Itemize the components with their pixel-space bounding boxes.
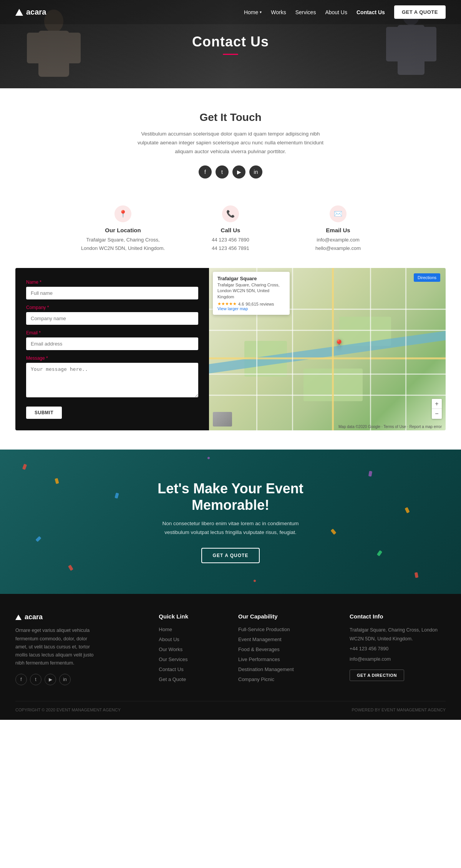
footer-copyright: COPYRIGHT © 2020 EVENT MANAGEMENT AGENCY — [15, 708, 121, 712]
twitter-icon[interactable]: t — [216, 165, 229, 179]
quick-link-services: Our Services — [159, 656, 223, 663]
call-phones: 44 123 456 7890 44 123 456 7891 — [188, 236, 273, 253]
cta-content: Let's Make Your Event Memorable! Non con… — [15, 480, 446, 563]
submit-button[interactable]: SUBMIT — [26, 407, 62, 419]
contact-cards-section: 📍 Our Location Trafalgar Square, Charing… — [0, 194, 461, 268]
map-pin: 📍 — [334, 339, 344, 349]
get-direction-button[interactable]: GET A DIRECTION — [350, 670, 404, 681]
phone-icon: 📞 — [222, 205, 239, 222]
call-card: 📞 Call Us 44 123 456 7890 44 123 456 789… — [188, 205, 273, 253]
email-field-group: Email * — [26, 330, 198, 350]
quick-link-works: Our Works — [159, 646, 223, 653]
footer: acara Ornare eget varius aliquet vehicul… — [0, 594, 461, 720]
get-quote-button[interactable]: GET A QUOTE — [394, 5, 446, 19]
road-h4 — [209, 374, 446, 375]
map-directions-button[interactable]: Directions — [414, 273, 440, 282]
footer-contact-email: info@example.com — [350, 655, 446, 664]
footer-contact-address: Trafalgar Square, Charing Cross, London … — [350, 626, 446, 643]
nav-works[interactable]: Works — [271, 9, 286, 15]
nav-about[interactable]: About Us — [325, 9, 347, 15]
map-info-box: Trafalgar Square Trafalgar Square, Chari… — [213, 272, 290, 315]
name-input[interactable] — [26, 287, 198, 299]
email-required: * — [39, 330, 41, 336]
capability-destination: Destination Management — [238, 666, 334, 673]
confetti-1 — [22, 464, 27, 470]
logo-link[interactable]: acara — [15, 8, 46, 17]
confetti-8 — [415, 572, 418, 578]
footer-capability-heading: Our Capability — [238, 613, 334, 620]
footer-capability-list: Full-Service Production Event Management… — [238, 626, 334, 683]
facebook-icon[interactable]: f — [199, 165, 212, 179]
nav-services[interactable]: Services — [295, 9, 316, 15]
map-placeholder: Trafalgar Square Trafalgar Square, Chari… — [209, 268, 446, 430]
footer-logo: acara — [15, 613, 143, 621]
capability-live: Live Performances — [238, 656, 334, 663]
linkedin-icon[interactable]: in — [249, 165, 262, 179]
company-field-group: Company * — [26, 305, 198, 325]
capability-food: Food & Beverages — [238, 646, 334, 653]
nav-home[interactable]: Home ▾ — [244, 9, 262, 15]
footer-facebook-icon[interactable]: f — [15, 674, 27, 685]
cta-description: Non consectetur libero enim vitae lorem … — [150, 519, 311, 537]
road-h5 — [209, 395, 446, 396]
footer-youtube-icon[interactable]: ▶ — [45, 674, 56, 685]
capability-production: Full-Service Production — [238, 626, 334, 633]
footer-quick-link-list: Home About Us Our Works Our Services Con… — [159, 626, 223, 683]
email-card: ✉️ Email Us info@example.com hello@examp… — [296, 205, 380, 253]
chevron-down-icon: ▾ — [260, 10, 262, 14]
touch-description: Vestibulum accumsan scelerisque dolor qu… — [131, 130, 330, 156]
company-input[interactable] — [26, 312, 198, 325]
confetti-5 — [368, 471, 372, 477]
twitter-letter: t — [221, 169, 223, 175]
footer-twitter-icon[interactable]: t — [30, 674, 41, 685]
cta-section: Let's Make Your Event Memorable! Non con… — [0, 450, 461, 594]
footer-linkedin-icon[interactable]: in — [59, 674, 71, 685]
cta-heading: Let's Make Your Event Memorable! — [15, 480, 446, 513]
message-textarea[interactable] — [26, 363, 198, 397]
message-field-group: Message * — [26, 355, 198, 399]
capability-picnic: Company Picnic — [238, 676, 334, 683]
road-v3 — [332, 268, 334, 430]
nav-links: Home ▾ Works Services About Us Contact U… — [244, 5, 446, 19]
location-address: Trafalgar Square, Charing Cross, London … — [81, 236, 165, 253]
quick-link-home: Home — [159, 626, 223, 633]
road-v4 — [370, 268, 371, 430]
confetti-4 — [68, 565, 73, 571]
get-in-touch-section: Get It Touch Vestibulum accumsan sceleri… — [0, 88, 461, 194]
footer-contact-phone: +44 123 456 7890 — [350, 645, 446, 653]
email-label: Email * — [26, 330, 198, 336]
facebook-letter: f — [204, 169, 206, 175]
map-reviews: 90,615 reviews — [245, 302, 274, 306]
road-v5 — [405, 268, 406, 430]
capability-events: Event Management — [238, 636, 334, 643]
footer-about-text: Ornare eget varius aliquet vehicula ferm… — [15, 627, 100, 667]
name-required: * — [40, 279, 41, 285]
email-input[interactable] — [26, 337, 198, 350]
hero-content: Contact Us — [192, 34, 269, 55]
footer-contact-heading: Contact Info — [350, 613, 446, 620]
confetti-12 — [253, 579, 256, 582]
cta-quote-button[interactable]: GET A QUOTE — [201, 548, 260, 563]
call-title: Call Us — [188, 227, 273, 233]
linkedin-letter: in — [254, 169, 258, 175]
zoom-out-button[interactable]: − — [432, 409, 442, 419]
map-rating: ★★★★★ 4.6 90,615 reviews — [217, 301, 285, 306]
map-address: Trafalgar Square, Charing Cross, London … — [217, 282, 285, 300]
footer-grid: acara Ornare eget varius aliquet vehicul… — [15, 613, 446, 686]
name-label: Name * — [26, 279, 198, 285]
map-attribution: Map data ©2020 Google · Terms of Use · R… — [338, 425, 442, 429]
road-v2 — [292, 268, 293, 430]
zoom-in-button[interactable]: + — [432, 399, 442, 409]
youtube-icon[interactable]: ▶ — [232, 165, 245, 179]
footer-about-col: acara Ornare eget varius aliquet vehicul… — [15, 613, 143, 686]
map-streetview-thumb — [213, 412, 232, 427]
touch-heading: Get It Touch — [15, 111, 446, 124]
view-larger-map-link[interactable]: View larger map — [217, 306, 285, 311]
quick-link-about: About Us — [159, 636, 223, 643]
quick-link-quote: Get a Quote — [159, 676, 223, 683]
nav-contact[interactable]: Contact Us — [357, 9, 385, 15]
contact-form-panel: Name * Company * Email * Message * — [15, 268, 209, 430]
message-required: * — [46, 355, 48, 361]
footer-logo-icon — [15, 615, 22, 620]
quick-link-contact: Contact Us — [159, 666, 223, 673]
